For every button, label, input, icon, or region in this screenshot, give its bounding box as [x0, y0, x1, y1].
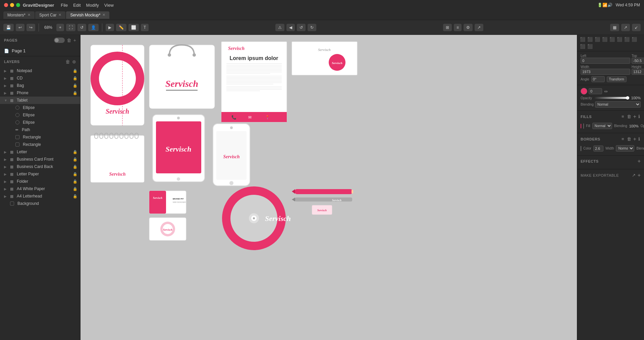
tool-pen[interactable]: ✏️: [116, 24, 126, 31]
layer-a4white[interactable]: ▶ ▦ A4 White Paper 🔒: [0, 185, 80, 192]
exportable-add[interactable]: +: [638, 172, 641, 178]
toolbar-grid[interactable]: ⊞: [443, 24, 452, 31]
layer-path[interactable]: ✏ Path: [0, 126, 80, 133]
pages-delete[interactable]: 🗑: [67, 38, 71, 43]
layer-ellipse2[interactable]: Ellipse: [0, 111, 80, 119]
letter-mockup[interactable]: Servisch Lorem ipsum dolor: [221, 42, 287, 122]
zoom-plus[interactable]: +: [56, 24, 64, 31]
layers-delete[interactable]: 🗑: [65, 59, 70, 64]
distribute-h[interactable]: ⬛: [624, 36, 630, 43]
notepad-mockup[interactable]: Servisch: [91, 133, 144, 182]
width-input[interactable]: [581, 69, 630, 75]
pens-mockup[interactable]: Servisch Servisch: [292, 189, 353, 215]
effects-add[interactable]: +: [638, 158, 641, 164]
pages-toggle[interactable]: [54, 38, 65, 43]
fills-info[interactable]: ℹ: [638, 113, 641, 120]
opacity-slider[interactable]: [594, 97, 629, 99]
toolbar-profile[interactable]: 👤: [88, 24, 99, 31]
traffic-lights[interactable]: [4, 3, 20, 7]
export-icon[interactable]: ↗: [631, 172, 636, 178]
height-input[interactable]: [632, 69, 644, 75]
toolbar-redo[interactable]: ↪: [26, 24, 35, 31]
fill-blending-select[interactable]: Normal: [592, 123, 612, 129]
layer-ellipse1[interactable]: Ellipse: [0, 104, 80, 111]
borders-info[interactable]: ℹ: [638, 136, 641, 142]
toolbar-refresh1[interactable]: ↺: [297, 24, 306, 31]
tab-sportcar[interactable]: Sport Car ✕: [35, 11, 65, 19]
layer-letter[interactable]: ▶ ▦ Letter 🔒: [0, 148, 80, 156]
opacity-expand[interactable]: ⇔: [603, 88, 608, 95]
fill-color-swatch[interactable]: [583, 123, 584, 129]
toolbar-refresh2[interactable]: ↻: [308, 24, 316, 31]
layer-phone[interactable]: ▶ ▦ Phone 🔒: [0, 89, 80, 97]
fill-checkbox[interactable]: [581, 124, 581, 128]
zoom-reset[interactable]: ↺: [77, 24, 86, 31]
toolbar-save[interactable]: 💾: [3, 24, 14, 31]
cd-mockup[interactable]: Servisch: [222, 186, 291, 250]
blending-select[interactable]: Normal Multiply Screen: [595, 101, 641, 108]
envelope-mockup[interactable]: Servisch Servisch: [292, 42, 357, 75]
toolbar-right2[interactable]: ↗: [621, 24, 630, 31]
layer-a4letterhead[interactable]: ▶ ▦ A4 Letterhead 🔒: [0, 192, 80, 200]
borders-add[interactable]: +: [633, 136, 636, 142]
bc-back-mockup[interactable]: Servisch: [149, 218, 186, 240]
distribute-v[interactable]: ⬛: [631, 36, 638, 43]
tool-text[interactable]: T: [141, 24, 149, 31]
align-middle[interactable]: ⬛: [609, 36, 615, 43]
align-left[interactable]: ⬛: [579, 36, 586, 43]
fills-add[interactable]: +: [633, 113, 636, 120]
layer-folder[interactable]: ▶ ▦ Folder 🔒: [0, 178, 80, 185]
border-color-swatch[interactable]: [581, 146, 581, 151]
menu-file[interactable]: File: [61, 3, 68, 8]
tab-servish[interactable]: Servish Mockup* ✕: [66, 11, 109, 19]
tool-select[interactable]: ▶: [106, 24, 114, 31]
layer-bcback[interactable]: ▶ ▦ Business Card Back 🔒: [0, 163, 80, 170]
maximize-button[interactable]: [16, 3, 20, 7]
align-right[interactable]: ⬛: [594, 36, 601, 43]
layer-background[interactable]: Background: [0, 200, 80, 207]
toolbar-right3[interactable]: ↙: [632, 24, 641, 31]
bc-front-mockup[interactable]: Servisch BRAND PIT WEB DESIGNER: [149, 191, 186, 214]
layer-bag[interactable]: ▶ ▦ Bag 🔒: [0, 82, 80, 89]
layer-rect2[interactable]: Rectangle: [0, 141, 80, 148]
opacity-input[interactable]: [589, 88, 602, 94]
tablet-mockup[interactable]: Servisch: [91, 45, 144, 125]
align-bottom[interactable]: ⬛: [616, 36, 623, 43]
transform-button[interactable]: Transform: [607, 76, 627, 82]
close-button[interactable]: [4, 3, 8, 7]
layer-letterpaper[interactable]: ▶ ▦ Letter Paper 🔒: [0, 170, 80, 178]
bag-mockup[interactable]: Servisch: [149, 45, 215, 109]
align-center[interactable]: ⬛: [587, 36, 593, 43]
layer-bcfront[interactable]: ▶ ▦ Business Card Front 🔒: [0, 156, 80, 163]
align-top[interactable]: ⬛: [601, 36, 608, 43]
phone-mockup[interactable]: Servisch: [213, 124, 250, 186]
layer-tablet[interactable]: ▼ ▦ Tablet: [0, 97, 80, 104]
borders-delete[interactable]: 🗑: [626, 136, 632, 142]
layers-add[interactable]: ⊕: [72, 59, 76, 64]
tab-monsters[interactable]: Monsters* ✕: [3, 11, 35, 19]
top-input[interactable]: [632, 58, 644, 64]
layer-ellipse3[interactable]: Ellipse: [0, 119, 80, 126]
menu-modify[interactable]: Modify: [86, 3, 99, 8]
color-circle[interactable]: [581, 88, 587, 95]
border-blending-select[interactable]: Normal: [616, 145, 634, 152]
toolbar-layers-view[interactable]: ≡: [454, 24, 462, 31]
tool-shape[interactable]: ⬜: [128, 24, 139, 31]
layer-cd[interactable]: ▶ ▦ CD 🔒: [0, 74, 80, 82]
fills-align[interactable]: ≡: [621, 113, 625, 120]
toolbar-back[interactable]: ◀: [286, 24, 295, 31]
left-input[interactable]: [581, 58, 630, 64]
canvas-area[interactable]: Servisch: [80, 35, 577, 340]
toolbar-settings[interactable]: ⚙: [464, 24, 473, 31]
menu-edit[interactable]: Edit: [73, 3, 80, 8]
fills-delete[interactable]: 🗑: [626, 113, 632, 120]
flip-v[interactable]: ⬛: [587, 43, 593, 50]
pink-tablet-mockup[interactable]: Servisch: [153, 115, 205, 182]
layer-notepad[interactable]: ▶ ▦ Notepad 🔒: [0, 67, 80, 74]
page-item[interactable]: 📄 Page 1: [0, 47, 80, 55]
border-width-input[interactable]: [593, 146, 603, 152]
toolbar-undo[interactable]: ↩: [16, 24, 24, 31]
toolbar-warning[interactable]: ⚠: [275, 24, 284, 31]
toolbar-export[interactable]: ↗: [475, 24, 483, 31]
menu-view[interactable]: View: [104, 3, 114, 8]
